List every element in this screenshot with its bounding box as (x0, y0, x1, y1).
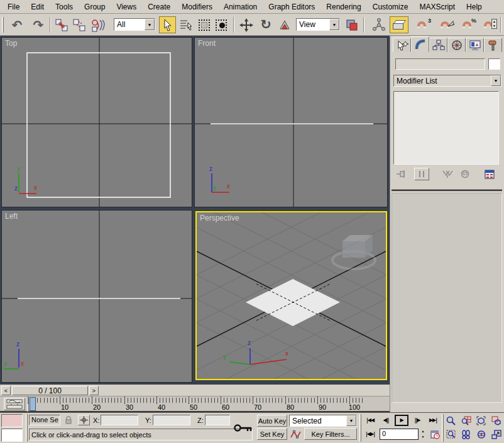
go-to-start-button[interactable]: |◀◀ (363, 415, 377, 426)
viewport-perspective-label[interactable]: Perspective (200, 214, 239, 222)
angle-snap-toggle-button[interactable] (434, 16, 455, 33)
viewport-perspective[interactable]: Perspective (195, 211, 387, 380)
menu-graph-editors[interactable]: Graph Editors (263, 1, 320, 13)
time-slider-handle[interactable]: 0 / 100 (12, 386, 88, 395)
go-to-end-button[interactable]: ▶▶| (426, 415, 440, 426)
menu-animation[interactable]: Animation (218, 1, 263, 13)
key-mode-toggle-button[interactable]: |◀▶| (363, 429, 377, 440)
selection-lock-toggle[interactable] (63, 415, 74, 425)
percent-snap-toggle-button[interactable]: % (457, 16, 477, 33)
object-name-field[interactable] (395, 58, 485, 70)
spinner-snap-toggle-button[interactable]: ▲▼ (479, 16, 498, 33)
tab-motion[interactable] (447, 38, 466, 52)
spinner-down-icon[interactable]: ▼ (419, 434, 427, 440)
tab-hierarchy[interactable] (429, 38, 447, 52)
select-by-name-button[interactable] (178, 16, 194, 33)
menu-tools[interactable]: Tools (50, 1, 79, 13)
menu-maxscript[interactable]: MAXScript (414, 1, 461, 13)
reference-coordinate-system-dropdown[interactable]: View ▼ (296, 18, 340, 31)
menu-modifiers[interactable]: Modifiers (176, 1, 218, 13)
viewport-left[interactable]: Left z y x (1, 210, 192, 383)
zoom-region-button[interactable] (444, 429, 457, 440)
coordinate-system-arrow-icon[interactable]: ▼ (329, 19, 339, 30)
key-selection-filter-arrow-icon[interactable]: ▼ (346, 415, 356, 426)
open-mini-curve-editor-button[interactable] (4, 398, 25, 410)
menu-rendering[interactable]: Rendering (320, 1, 366, 13)
z-coordinate-field[interactable] (205, 415, 230, 425)
menu-views[interactable]: Views (111, 1, 142, 13)
tab-create[interactable] (393, 38, 411, 52)
zoom-all-button[interactable] (459, 415, 473, 427)
play-animation-button[interactable]: ▶ (395, 415, 408, 426)
snaps-toggle-button[interactable]: 3 (412, 16, 432, 33)
menu-file[interactable]: File (2, 1, 25, 13)
current-frame-field[interactable]: 0 (380, 429, 419, 440)
tab-modify[interactable] (411, 36, 429, 52)
menu-group[interactable]: Group (79, 1, 111, 13)
modifier-list-arrow-icon[interactable]: ▼ (491, 75, 501, 86)
set-key-button[interactable]: Set Key (257, 428, 287, 440)
pan-view-button[interactable] (459, 429, 473, 440)
x-coordinate-field[interactable] (101, 415, 138, 425)
redo-button[interactable]: ↷ (29, 16, 48, 33)
auto-key-button[interactable]: Auto Key (257, 415, 287, 427)
time-slider-prev-button[interactable]: < (1, 386, 11, 395)
keyboard-shortcut-override-toggle[interactable] (390, 16, 408, 33)
use-pivot-point-center-button[interactable] (343, 16, 360, 33)
key-filters-button[interactable]: Key Filters... (304, 428, 357, 440)
track-bar[interactable]: 0 10 20 30 40 50 60 70 80 90 100 (0, 397, 390, 412)
remove-modifier-button[interactable] (458, 168, 472, 180)
viewport-left-label[interactable]: Left (5, 212, 18, 221)
select-and-link-button[interactable] (53, 16, 70, 33)
spinner-up-icon[interactable]: ▲ (419, 429, 427, 434)
absolute-offset-mode-toggle[interactable] (78, 415, 90, 425)
make-unique-button[interactable] (441, 168, 454, 180)
arc-rotate-button[interactable] (474, 429, 488, 440)
tab-utilities[interactable] (484, 38, 502, 52)
unlink-selection-button[interactable] (70, 16, 87, 33)
menu-edit[interactable]: Edit (25, 1, 50, 13)
selection-filter-arrow-icon[interactable]: ▼ (145, 19, 155, 30)
viewport-front[interactable]: Front z y x (194, 37, 388, 207)
tab-display[interactable] (466, 38, 484, 52)
key-selection-filter-dropdown[interactable]: Selected ▼ (289, 415, 357, 427)
modifier-stack-list[interactable] (393, 91, 499, 165)
time-configuration-button[interactable] (429, 429, 441, 440)
bind-to-space-warp-button[interactable] (88, 16, 108, 33)
menu-create[interactable]: Create (142, 1, 176, 13)
previous-frame-button[interactable]: ◀|| (380, 415, 392, 426)
window-crossing-toggle-button[interactable] (213, 16, 229, 33)
rectangular-selection-region-button[interactable] (196, 16, 212, 33)
select-and-rotate-button[interactable]: ↻ (257, 16, 275, 33)
select-and-scale-button[interactable] (277, 16, 293, 33)
zoom-extents-all-button[interactable] (490, 415, 503, 427)
toolbar-grip[interactable] (2, 17, 4, 33)
maxscript-mini-listener[interactable] (1, 429, 23, 442)
select-and-manipulate-button[interactable] (371, 16, 387, 33)
set-keys-button[interactable] (231, 414, 255, 441)
select-and-move-button[interactable] (238, 16, 255, 33)
maximize-viewport-toggle-button[interactable] (490, 429, 503, 440)
pin-stack-button[interactable] (394, 168, 408, 180)
modifier-list-dropdown[interactable]: Modifier List ▼ (393, 75, 501, 87)
next-frame-button[interactable]: ||▶ (411, 415, 424, 426)
macro-recorder-pane[interactable] (1, 414, 23, 427)
zoom-extents-button[interactable] (474, 415, 488, 427)
undo-button[interactable]: ↶ (8, 16, 26, 33)
viewport-front-label[interactable]: Front (198, 39, 216, 48)
show-end-result-button[interactable] (414, 168, 429, 180)
menu-customize[interactable]: Customize (367, 1, 414, 13)
time-slider-next-button[interactable]: > (89, 386, 99, 395)
zoom-button[interactable] (444, 415, 457, 427)
default-in-out-tangents-button[interactable] (289, 428, 302, 440)
select-object-button[interactable] (159, 16, 176, 33)
viewport-top[interactable]: Top y z x (1, 37, 192, 207)
menu-help[interactable]: Help (461, 1, 488, 13)
configure-modifier-sets-button[interactable] (482, 168, 497, 180)
y-coordinate-field[interactable] (153, 415, 190, 425)
frame-spinner[interactable]: ▲ ▼ (419, 429, 427, 440)
object-color-swatch[interactable] (488, 58, 500, 70)
viewport-top-label[interactable]: Top (5, 39, 17, 48)
current-frame-marker[interactable] (30, 397, 36, 411)
selection-filter-dropdown[interactable]: All ▼ (114, 18, 155, 31)
